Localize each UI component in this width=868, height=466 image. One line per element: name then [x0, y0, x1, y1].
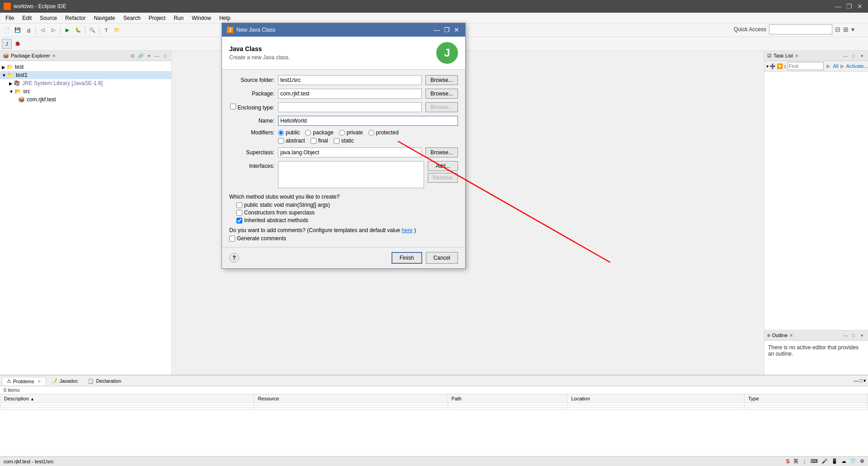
col-path[interactable]: Path [448, 395, 567, 403]
task-all-link[interactable]: All [833, 63, 839, 69]
collapse-all-icon[interactable]: ⊟ [129, 52, 136, 59]
stub-inherited[interactable]: Inherited abstract methods [236, 217, 458, 223]
stub-constructors[interactable]: Constructors from superclass [236, 209, 458, 216]
interfaces-remove-btn[interactable]: Remove [428, 173, 458, 183]
cb-abstract-input[interactable] [278, 138, 284, 144]
radio-package-input[interactable] [305, 130, 311, 136]
name-input[interactable] [278, 116, 458, 126]
window-controls[interactable]: — ❐ ✕ [834, 2, 864, 11]
search-btn[interactable]: 🔍 [87, 25, 97, 35]
menu-search[interactable]: Search [120, 14, 144, 22]
task-minimize-icon[interactable]: — [842, 52, 849, 59]
enclosing-type-checkbox[interactable] [230, 104, 236, 109]
tree-item-src[interactable]: ▼ 📂 src [0, 87, 171, 95]
cb-abstract[interactable]: abstract [278, 138, 305, 144]
enclosing-type-input[interactable] [278, 102, 422, 112]
menu-project[interactable]: Project [145, 14, 169, 22]
tree-item-test1[interactable]: ▼ 📁 test1 [0, 71, 171, 79]
task-maximize-icon[interactable]: □ [850, 52, 857, 59]
task-sort-icon[interactable]: ↕ [784, 63, 787, 69]
restore-button[interactable]: ❐ [844, 2, 854, 11]
col-resource[interactable]: Resource [254, 395, 448, 403]
bottom-maximize-icon[interactable]: □ [859, 378, 863, 384]
bottom-minimize-icon[interactable]: — [854, 378, 859, 384]
col-description[interactable]: Description ▲ [0, 395, 254, 403]
package-explorer-close-icon[interactable]: ✕ [52, 53, 56, 58]
source-folder-input[interactable] [278, 75, 422, 85]
enclosing-type-browse-btn[interactable]: Browse... [425, 102, 458, 112]
stub-constructors-cb[interactable] [236, 210, 242, 216]
maximize-panel-icon[interactable]: ⊞ [843, 26, 849, 33]
superclass-browse-btn[interactable]: Browse... [425, 147, 458, 157]
minimize-button[interactable]: — [834, 2, 843, 11]
radio-private[interactable]: private [339, 129, 363, 136]
menu-refactor[interactable]: Refactor [61, 14, 89, 22]
task-new-icon[interactable]: ➕ [769, 63, 776, 69]
task-menu-icon[interactable]: ▾ [858, 52, 865, 59]
debug-btn[interactable]: 🐛 [73, 25, 83, 35]
col-location[interactable]: Location [567, 395, 745, 403]
generate-comments-cb[interactable] [229, 236, 235, 242]
menu-file[interactable]: File [2, 14, 18, 22]
stub-inherited-cb[interactable] [236, 218, 242, 223]
task-filter-icon[interactable]: 🔽 [777, 63, 783, 69]
cancel-btn[interactable]: Cancel [426, 252, 458, 264]
quick-access-input[interactable] [769, 24, 832, 34]
maximize-panel-icon[interactable]: □ [161, 52, 169, 59]
tree-item-test[interactable]: ▶ 📁 test [0, 63, 171, 71]
open-res-btn[interactable]: 📁 [112, 25, 122, 35]
print-btn[interactable]: 🖨 [24, 25, 33, 35]
generate-comments-label[interactable]: Generate comments [229, 235, 458, 242]
view-menu-icon[interactable]: ▾ [851, 26, 854, 33]
task-activate-link[interactable]: Activate... [846, 63, 868, 69]
tab-problems-close[interactable]: ✕ [38, 379, 41, 384]
superclass-input[interactable] [278, 147, 422, 157]
menu-edit[interactable]: Edit [19, 14, 35, 22]
radio-private-input[interactable] [339, 130, 345, 136]
cb-static[interactable]: static [334, 138, 354, 144]
menu-navigate[interactable]: Navigate [90, 14, 118, 22]
tree-item-jre[interactable]: ▶ 📚 JRE System Library [JavaSE-1.8] [0, 79, 171, 87]
debug-persp-btn[interactable]: 🐞 [13, 39, 23, 49]
radio-protected-input[interactable] [368, 130, 374, 136]
run-btn[interactable]: ▶ [62, 25, 72, 35]
tab-declaration[interactable]: 📋 Declaration [83, 377, 126, 385]
cb-final-input[interactable] [311, 138, 316, 144]
task-expand-icon[interactable]: ▾ [766, 64, 769, 69]
radio-protected[interactable]: protected [368, 129, 399, 136]
radio-package[interactable]: package [305, 129, 333, 136]
bottom-menu-icon[interactable]: ▾ [863, 378, 866, 384]
back-btn[interactable]: ◁ [38, 25, 47, 35]
outline-close-icon[interactable]: ✕ [789, 333, 793, 338]
view-menu-icon[interactable]: ▾ [145, 52, 152, 59]
radio-public-input[interactable] [278, 130, 284, 136]
cb-static-input[interactable] [334, 138, 340, 144]
menu-run[interactable]: Run [170, 14, 187, 22]
cb-final[interactable]: final [311, 138, 328, 144]
save-btn[interactable]: 💾 [13, 25, 23, 35]
dialog-minimize-btn[interactable]: — [433, 26, 441, 34]
dialog-close-btn[interactable]: ✕ [453, 26, 461, 34]
comments-link[interactable]: here [402, 227, 413, 233]
dialog-restore-btn[interactable]: ❐ [443, 26, 451, 34]
package-input[interactable] [278, 89, 422, 99]
menu-source[interactable]: Source [36, 14, 61, 22]
help-btn[interactable]: ? [229, 253, 239, 263]
link-editor-icon[interactable]: 🔗 [137, 52, 144, 59]
tree-item-package[interactable]: 📦 com.rjkf.test [0, 95, 171, 104]
finish-btn[interactable]: Finish [392, 252, 422, 264]
minimize-panel-icon[interactable]: — [153, 52, 160, 59]
interfaces-add-btn[interactable]: Add... [428, 161, 458, 171]
java-persp-btn[interactable]: J [2, 39, 12, 49]
minimize-panel-icon[interactable]: ⊟ [835, 26, 840, 33]
task-list-close-icon[interactable]: ✕ [795, 53, 798, 58]
new-btn[interactable]: 📄 [2, 25, 12, 35]
outline-maximize-icon[interactable]: □ [850, 332, 857, 339]
radio-public[interactable]: public [278, 129, 300, 136]
fwd-btn[interactable]: ▷ [48, 25, 58, 35]
stub-main-cb[interactable] [236, 202, 242, 208]
tab-javadoc[interactable]: 📝 Javadoc [46, 377, 83, 385]
close-button[interactable]: ✕ [855, 2, 864, 11]
package-browse-btn[interactable]: Browse... [425, 89, 458, 99]
outline-menu-icon[interactable]: ▾ [858, 332, 865, 339]
